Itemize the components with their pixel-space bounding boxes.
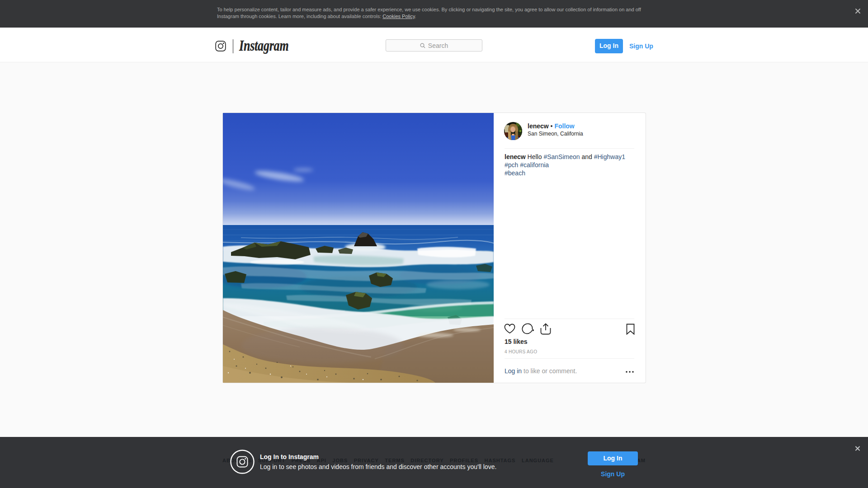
svg-text:Instagram: Instagram xyxy=(239,38,288,53)
